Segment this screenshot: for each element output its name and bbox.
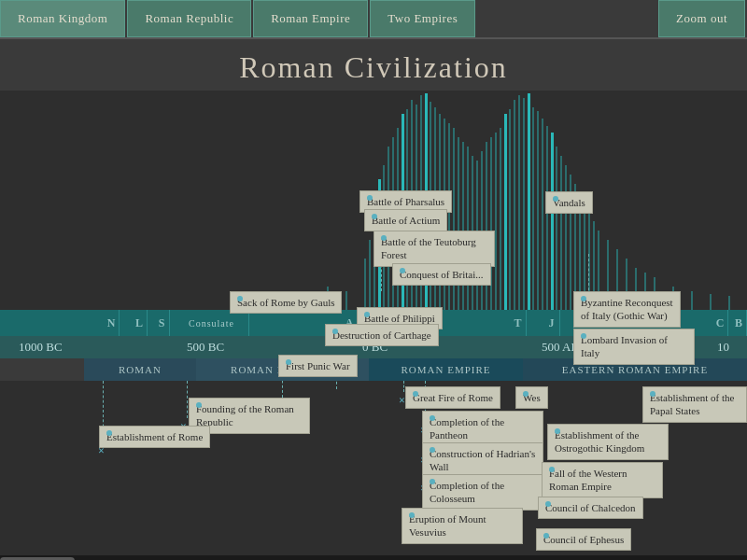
svg-rect-49 (565, 165, 567, 310)
lower-event-ostrogothic: Establishment of the Ostrogothic Kingdom (547, 424, 669, 460)
svg-rect-70 (504, 114, 507, 310)
svg-rect-48 (560, 156, 562, 310)
upper-events-area: Battle of Pharsalus Battle of Actium Bat… (0, 91, 747, 310)
svg-rect-5 (345, 291, 347, 310)
connector-fire (403, 381, 404, 392)
event-conquest-britain: Conquest of Britai... (392, 263, 491, 286)
date-1000bc: 1000 BC (19, 340, 63, 355)
svg-rect-35 (500, 128, 501, 310)
svg-rect-65 (710, 294, 712, 310)
svg-rect-6 (364, 259, 366, 310)
page-title: Roman Civilization (0, 39, 747, 91)
lower-event-colosseum: Completion of the Colosseum (422, 474, 543, 511)
timeline-label-t: T (512, 310, 527, 336)
svg-rect-7 (369, 240, 371, 310)
top-navigation: Roman Kingdom Roman Republic Roman Empir… (0, 0, 747, 39)
date-500bc: 500 BC (187, 340, 224, 355)
svg-rect-42 (532, 107, 534, 310)
svg-rect-43 (537, 111, 539, 310)
timeline-label-b: B (732, 310, 747, 336)
timeline-label-n: N (105, 310, 120, 336)
lower-event-vesuvius: Eruption of Mount Vesuvius (402, 508, 523, 544)
lower-event-fire: Great Fire of Rome (405, 386, 500, 409)
event-lombard-invasion: Lombard Invasion of Italy (573, 329, 695, 365)
lower-event-ephesus: Council of Ephesus (536, 528, 631, 551)
svg-rect-38 (514, 100, 515, 310)
svg-rect-64 (691, 291, 693, 310)
event-battle-actium: Battle of Actium (364, 209, 447, 231)
timeline-label-l: L (133, 310, 148, 336)
svg-rect-34 (495, 133, 497, 310)
svg-rect-39 (518, 95, 520, 310)
svg-rect-45 (546, 126, 548, 310)
svg-rect-40 (523, 98, 525, 310)
era-roman: Roman (84, 358, 196, 381)
svg-rect-66 (728, 296, 730, 310)
lower-event-pantheon: Completion of the Pantheon (422, 411, 543, 447)
timeline-label-j: J (545, 310, 560, 336)
lower-event-chalcedon: Council of Chalcedon (538, 497, 643, 519)
svg-rect-72 (551, 133, 554, 310)
lower-event-rome: Establishment of Rome (99, 426, 210, 448)
lower-event-fall-western: Fall of the Western Roman Empire (542, 462, 663, 498)
lower-events-area: × × × × × × × Founding of the Roman Repu… (0, 381, 747, 560)
event-battle-teutoburg: Battle of the Teutoburg Forest (374, 231, 495, 267)
marker-fire: × (399, 394, 405, 408)
nav-roman-republic[interactable]: Roman Republic (127, 0, 251, 37)
svg-rect-44 (542, 119, 543, 310)
svg-rect-47 (556, 147, 557, 310)
lower-event-western: Wes (515, 386, 548, 409)
timeline-wrapper: Battle of Pharsalus Battle of Actium Bat… (0, 91, 747, 560)
svg-rect-71 (528, 93, 530, 310)
date-10: 10 (717, 340, 729, 355)
event-first-punic-war: First Punic War (278, 355, 358, 377)
event-sack-rome-gauls: Sack of Rome by Gauls (230, 291, 342, 314)
nav-two-empires[interactable]: Two Empires (370, 0, 475, 37)
event-destruction-carthage: Destruction of Carthage (325, 324, 439, 346)
zoom-out-button[interactable]: Zoom out (658, 0, 745, 37)
lower-event-hadrian: Construction of Hadrian's Wall (422, 442, 543, 479)
timeline-label-c: C (713, 310, 728, 336)
lower-event-papal: Establishment of the Papal States (642, 386, 747, 423)
event-vandals: Vandals (545, 191, 593, 214)
connector-republic (187, 381, 188, 418)
timeline-label-s: S (155, 310, 170, 336)
nav-roman-kingdom[interactable]: Roman Kingdom (0, 0, 125, 37)
event-byzantine-reconquest: Byzantine Reconquest of Italy (Gothic Wa… (573, 291, 681, 328)
era-roman-empire: Roman Empire (369, 358, 523, 381)
scrollbar[interactable] (0, 555, 747, 560)
svg-rect-37 (509, 109, 511, 310)
era-spacer (0, 358, 84, 381)
nav-roman-empire[interactable]: Roman Empire (253, 0, 368, 37)
